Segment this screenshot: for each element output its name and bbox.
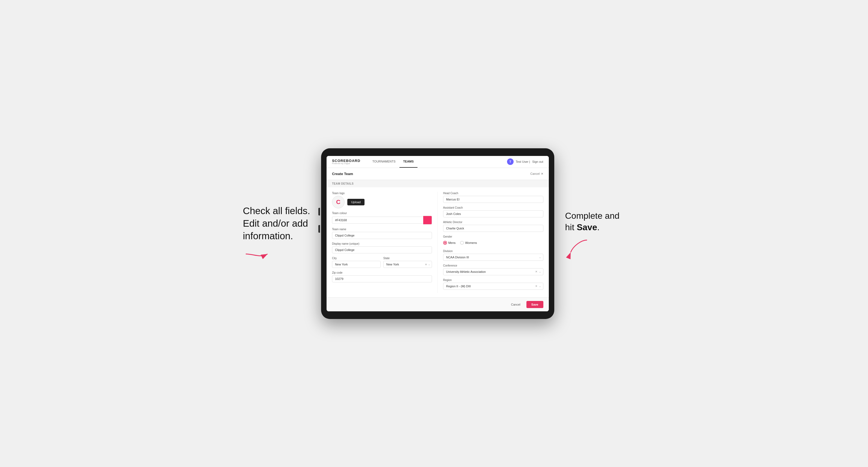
modal-cancel-x-button[interactable]: Cancel ✕: [530, 172, 543, 176]
gender-womens-radio[interactable]: [460, 241, 464, 245]
athletic-director-group: Athletic Director: [443, 221, 544, 232]
colour-input-wrapper: [332, 216, 432, 224]
zip-input[interactable]: [332, 275, 432, 282]
state-clear-button[interactable]: ✕: [425, 263, 427, 266]
annotation-left-line3: information.: [243, 230, 293, 241]
annotation-left-line1: Check all fields.: [243, 206, 310, 216]
city-state-group: City State New York ✕ ⌄: [332, 257, 432, 268]
right-arrow-icon: [565, 237, 592, 254]
region-group: Region ✕ ⌄: [443, 279, 544, 290]
division-select[interactable]: NCAA Division III: [443, 254, 544, 261]
state-select-wrapper: New York ✕ ⌄: [383, 261, 432, 268]
gender-womens-option[interactable]: Womens: [460, 241, 477, 245]
team-colour-label: Team colour: [332, 212, 432, 215]
annotation-right-line1: Complete and: [565, 211, 620, 221]
signout-link[interactable]: Sign out: [532, 160, 543, 163]
modal-header: Create Team Cancel ✕: [327, 168, 549, 180]
nav-links: TOURNAMENTS TEAMS: [369, 156, 507, 168]
region-input[interactable]: [443, 283, 544, 290]
zip-label: Zip code: [332, 271, 432, 274]
team-logo-label: Team logo: [332, 192, 432, 195]
gender-radio-group: Mens Womens: [443, 239, 544, 246]
conference-input[interactable]: [443, 268, 544, 275]
team-colour-group: Team colour: [332, 212, 432, 224]
team-logo-group: Team logo C Upload: [332, 192, 432, 208]
logo-sub: Powered by clippd: [332, 162, 361, 164]
save-button[interactable]: Save: [526, 301, 544, 308]
display-name-label: Display name (unique): [332, 242, 432, 245]
assistant-coach-input[interactable]: [443, 210, 544, 217]
user-text: Test User |: [516, 160, 530, 163]
navbar: SCOREBOARD Powered by clippd TOURNAMENTS…: [327, 156, 549, 168]
display-name-group: Display name (unique): [332, 242, 432, 253]
colour-swatch[interactable]: [423, 216, 432, 224]
gender-mens-option[interactable]: Mens: [443, 241, 456, 245]
gender-mens-label: Mens: [448, 241, 456, 244]
tablet-device: SCOREBOARD Powered by clippd TOURNAMENTS…: [321, 148, 554, 319]
conference-clear-button[interactable]: ✕: [535, 270, 537, 273]
app-logo: SCOREBOARD Powered by clippd: [332, 159, 361, 164]
nav-teams[interactable]: TEAMS: [399, 156, 418, 168]
form-body: Team logo C Upload Team colour: [327, 187, 549, 298]
region-clear-button[interactable]: ✕: [535, 285, 537, 287]
conference-label: Conference: [443, 264, 544, 267]
head-coach-label: Head Coach: [443, 192, 544, 195]
annotation-right-line2-suffix: .: [597, 222, 599, 232]
modal-footer: Cancel Save: [327, 298, 549, 311]
nav-tournaments[interactable]: TOURNAMENTS: [369, 156, 399, 168]
city-input[interactable]: [332, 261, 381, 268]
division-select-wrapper: NCAA Division III ⌄: [443, 254, 544, 261]
form-right: Head Coach Assistant Coach Athletic Dire…: [438, 192, 544, 293]
city-state-row: City State New York ✕ ⌄: [332, 257, 432, 268]
nav-right: T Test User | Sign out: [507, 158, 544, 165]
city-label: City: [332, 257, 381, 260]
annotation-right-save-bold: Save: [577, 222, 597, 232]
assistant-coach-group: Assistant Coach: [443, 206, 544, 217]
gender-label: Gender: [443, 235, 544, 238]
region-label: Region: [443, 279, 544, 282]
gender-group: Gender Mens Womens: [443, 235, 544, 246]
cancel-button[interactable]: Cancel: [508, 301, 524, 308]
modal-title: Create Team: [332, 172, 353, 176]
team-name-input[interactable]: [332, 232, 432, 239]
annotation-right: Complete and hit Save.: [565, 210, 625, 257]
colour-text-input[interactable]: [332, 217, 423, 224]
logo-circle: C: [332, 196, 345, 208]
athletic-director-label: Athletic Director: [443, 221, 544, 224]
division-label: Division: [443, 250, 544, 253]
gender-mens-radio[interactable]: [443, 241, 447, 245]
form-left: Team logo C Upload Team colour: [332, 192, 438, 293]
upload-button[interactable]: Upload: [347, 199, 365, 206]
tablet-screen: SCOREBOARD Powered by clippd TOURNAMENTS…: [327, 156, 549, 311]
assistant-coach-label: Assistant Coach: [443, 206, 544, 209]
division-group: Division NCAA Division III ⌄: [443, 250, 544, 261]
city-sub-group: City: [332, 257, 381, 268]
state-label: State: [383, 257, 432, 260]
volume-down-button[interactable]: [318, 225, 320, 233]
annotation-right-line2-prefix: hit: [565, 222, 577, 232]
region-wrapper: ✕ ⌄: [443, 283, 544, 290]
state-sub-group: State New York ✕ ⌄: [383, 257, 432, 268]
volume-up-button[interactable]: [318, 208, 320, 216]
display-name-input[interactable]: [332, 246, 432, 253]
annotation-left-line2: Edit and/or add: [243, 218, 308, 228]
section-header: TEAM DETAILS: [327, 180, 549, 187]
logo-upload-area: C Upload: [332, 196, 432, 208]
annotation-left: Check all fields. Edit and/or add inform…: [243, 205, 310, 262]
team-name-label: Team name: [332, 228, 432, 231]
conference-wrapper: ✕ ⌄: [443, 268, 544, 275]
head-coach-group: Head Coach: [443, 192, 544, 203]
conference-group: Conference ✕ ⌄: [443, 264, 544, 275]
zip-code-group: Zip code: [332, 271, 432, 282]
logo-text: SCOREBOARD: [332, 159, 361, 162]
avatar: T: [507, 158, 514, 165]
gender-womens-label: Womens: [465, 241, 477, 244]
team-name-group: Team name: [332, 228, 432, 239]
head-coach-input[interactable]: [443, 196, 544, 203]
left-arrow-icon: [243, 249, 270, 259]
athletic-director-input[interactable]: [443, 225, 544, 232]
